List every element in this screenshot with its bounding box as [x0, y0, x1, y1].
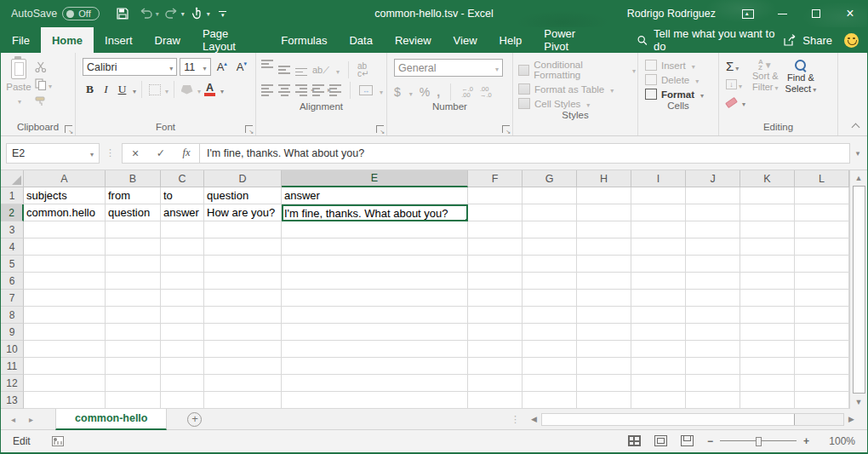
- cell-L3[interactable]: [795, 221, 849, 238]
- cell-F6[interactable]: [468, 273, 523, 290]
- cell-K6[interactable]: [740, 273, 795, 290]
- cell-K11[interactable]: [740, 358, 795, 375]
- copy-dropdown-icon[interactable]: [47, 77, 52, 92]
- vertical-scroll-thumb[interactable]: [853, 186, 865, 394]
- cell-G11[interactable]: [523, 358, 577, 375]
- cell-E1[interactable]: answer: [282, 187, 468, 204]
- cell-F5[interactable]: [468, 256, 523, 273]
- insert-cells-button[interactable]: Insert: [645, 60, 717, 71]
- scroll-down-icon[interactable]: ▼: [850, 394, 867, 409]
- cell-G4[interactable]: [523, 238, 577, 256]
- redo-icon[interactable]: [161, 3, 183, 24]
- cell-B11[interactable]: [106, 358, 161, 375]
- tab-home[interactable]: Home: [41, 27, 94, 53]
- formula-bar-splitter[interactable]: ⋮: [100, 147, 122, 158]
- cell-E3[interactable]: [282, 221, 468, 238]
- copy-button[interactable]: [35, 78, 52, 90]
- merge-center-dropdown-icon[interactable]: [378, 83, 383, 98]
- cell-K3[interactable]: [740, 221, 795, 238]
- cell-F9[interactable]: [468, 324, 523, 341]
- cell-F7[interactable]: [468, 290, 523, 307]
- row-header-10[interactable]: 10: [1, 341, 24, 358]
- page-layout-view-icon[interactable]: [654, 435, 667, 446]
- cell-H10[interactable]: [577, 341, 631, 358]
- top-align-icon[interactable]: [261, 60, 273, 68]
- tab-file[interactable]: File: [1, 27, 41, 53]
- next-sheet-icon[interactable]: ▸: [19, 415, 43, 424]
- feedback-smiley-icon[interactable]: [844, 33, 859, 48]
- cell-A10[interactable]: [24, 341, 106, 358]
- row-header-13[interactable]: 13: [1, 392, 24, 409]
- row-header-2[interactable]: 2: [1, 204, 24, 221]
- alignment-dialog-launcher-icon[interactable]: [376, 125, 384, 133]
- scroll-left-icon[interactable]: ◀: [527, 415, 541, 423]
- cell-A2[interactable]: common.hello: [24, 204, 106, 221]
- cell-L4[interactable]: [795, 238, 849, 256]
- find-select-button[interactable]: Find & Select: [785, 59, 817, 95]
- row-header-5[interactable]: 5: [1, 256, 24, 273]
- cell-E6[interactable]: [282, 273, 468, 290]
- touch-mode-dropdown-icon[interactable]: ▾: [207, 10, 210, 18]
- cell-C11[interactable]: [161, 358, 204, 375]
- cell-K12[interactable]: [740, 375, 795, 392]
- tab-draw[interactable]: Draw: [144, 27, 191, 53]
- cell-A9[interactable]: [24, 324, 106, 341]
- row-header-3[interactable]: 3: [1, 221, 24, 238]
- cell-I3[interactable]: [631, 221, 686, 238]
- cell-J8[interactable]: [686, 307, 740, 324]
- cell-C7[interactable]: [161, 290, 204, 307]
- tab-view[interactable]: View: [443, 27, 488, 53]
- column-header-E[interactable]: E: [282, 170, 468, 187]
- cell-A6[interactable]: [24, 273, 106, 290]
- cell-L12[interactable]: [795, 375, 849, 392]
- cell-J3[interactable]: [686, 221, 740, 238]
- font-name-combo[interactable]: Calibri: [83, 58, 177, 76]
- cell-I10[interactable]: [631, 341, 686, 358]
- row-header-8[interactable]: 8: [1, 307, 24, 324]
- cell-E11[interactable]: [282, 358, 468, 375]
- row-header-9[interactable]: 9: [1, 324, 24, 341]
- cell-B9[interactable]: [106, 324, 161, 341]
- align-right-icon[interactable]: [295, 84, 307, 96]
- column-header-C[interactable]: C: [161, 170, 204, 187]
- cell-F1[interactable]: [468, 187, 523, 204]
- column-header-G[interactable]: G: [523, 170, 577, 187]
- page-break-preview-icon[interactable]: [681, 435, 694, 446]
- cell-I6[interactable]: [631, 273, 686, 290]
- tab-formulas[interactable]: Formulas: [270, 27, 338, 53]
- cell-D2[interactable]: How are you?: [204, 204, 282, 221]
- fill-color-dropdown-icon[interactable]: [196, 82, 201, 97]
- font-dialog-launcher-icon[interactable]: [245, 125, 253, 133]
- tab-page-layout[interactable]: Page Layout: [191, 27, 270, 53]
- row-header-11[interactable]: 11: [1, 358, 24, 375]
- currency-dropdown-icon[interactable]: [408, 84, 413, 100]
- cell-G10[interactable]: [523, 341, 577, 358]
- cell-B8[interactable]: [106, 307, 161, 324]
- cell-A4[interactable]: [24, 238, 106, 256]
- cell-A3[interactable]: [24, 221, 106, 238]
- cell-B6[interactable]: [106, 273, 161, 290]
- comma-format-icon[interactable]: ,: [437, 85, 440, 99]
- column-header-D[interactable]: D: [204, 170, 282, 187]
- cell-J10[interactable]: [686, 341, 740, 358]
- cell-J4[interactable]: [686, 238, 740, 256]
- zoom-slider[interactable]: [720, 440, 797, 441]
- paste-button[interactable]: Paste: [3, 55, 35, 107]
- conditional-formatting-button[interactable]: Conditional Formatting: [518, 60, 636, 80]
- cell-G5[interactable]: [523, 256, 577, 273]
- cell-C3[interactable]: [161, 221, 204, 238]
- touch-mode-icon[interactable]: [186, 3, 208, 24]
- cell-K13[interactable]: [740, 392, 795, 409]
- column-header-F[interactable]: F: [468, 170, 523, 187]
- cell-H3[interactable]: [577, 221, 631, 238]
- cell-B5[interactable]: [106, 256, 161, 273]
- cell-I1[interactable]: [631, 187, 686, 204]
- cell-C9[interactable]: [161, 324, 204, 341]
- cell-I11[interactable]: [631, 358, 686, 375]
- insert-function-icon[interactable]: fx: [174, 147, 199, 159]
- customize-qat-icon[interactable]: ▾: [212, 3, 234, 24]
- cell-H7[interactable]: [577, 290, 631, 307]
- number-format-combo[interactable]: General: [394, 59, 503, 77]
- cell-I7[interactable]: [631, 290, 686, 307]
- macro-recording-icon[interactable]: [52, 436, 64, 446]
